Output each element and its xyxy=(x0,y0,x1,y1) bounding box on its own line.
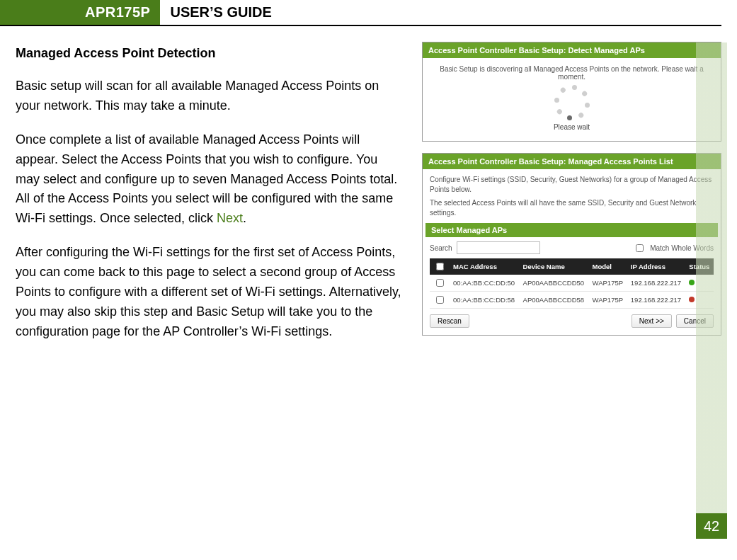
header-bar: APR175P USER’S GUIDE xyxy=(0,0,721,26)
select-all-checkbox[interactable] xyxy=(436,263,444,270)
search-row: Search Match Whole Words xyxy=(430,241,714,254)
col-ip[interactable]: IP Address xyxy=(627,258,686,275)
product-badge: APR175P xyxy=(0,0,160,25)
button-group-right: Next >> Cancel xyxy=(632,314,714,328)
status-dot-green-icon xyxy=(689,280,695,285)
cell-name: AP00AABBCCDD58 xyxy=(520,292,589,309)
button-row: Rescan Next >> Cancel xyxy=(430,314,714,328)
page-number-tab: 42 xyxy=(696,513,727,539)
rescan-button[interactable]: Rescan xyxy=(430,314,469,328)
cell-ip: 192.168.222.217 xyxy=(627,292,686,309)
col-select[interactable] xyxy=(430,258,450,275)
card2-title: Access Point Controller Basic Setup: Man… xyxy=(423,154,721,169)
match-whole-words-label: Match Whole Words xyxy=(650,244,714,252)
col-model[interactable]: Model xyxy=(589,258,627,275)
next-link-text: Next xyxy=(217,211,243,225)
col-mac[interactable]: MAC Address xyxy=(450,258,520,275)
right-column: Access Point Controller Basic Setup: Det… xyxy=(422,42,721,347)
next-button[interactable]: Next >> xyxy=(632,314,672,328)
cancel-button[interactable]: Cancel xyxy=(676,314,714,328)
cell-ip: 192.168.222.217 xyxy=(627,275,686,292)
status-dot-red-icon xyxy=(689,297,695,302)
paragraph-2b: . xyxy=(243,211,246,225)
search-input[interactable] xyxy=(457,241,540,254)
match-whole-words-checkbox[interactable] xyxy=(636,244,644,252)
card-ap-list: Access Point Controller Basic Setup: Man… xyxy=(422,153,721,336)
card2-desc1: Configure Wi-Fi settings (SSID, Security… xyxy=(430,175,714,194)
cell-name: AP00AABBCCDD50 xyxy=(520,275,589,292)
paragraph-2a: Once complete a list of available Manage… xyxy=(16,132,397,226)
card2-desc2: The selected Access Points will all have… xyxy=(430,198,714,217)
card1-body: Basic Setup is discovering all Managed A… xyxy=(423,58,721,141)
loading-spinner-icon xyxy=(556,86,588,119)
left-column: Managed Access Point Detection Basic set… xyxy=(16,42,405,347)
body: Managed Access Point Detection Basic set… xyxy=(0,26,737,347)
section-heading: Managed Access Point Detection xyxy=(16,46,405,61)
ap-table: MAC Address Device Name Model IP Address… xyxy=(430,258,714,309)
table-header-row: MAC Address Device Name Model IP Address… xyxy=(430,258,714,275)
cell-mac: 00:AA:BB:CC:DD:58 xyxy=(450,292,520,309)
doc-title: USER’S GUIDE xyxy=(160,0,281,25)
table-row[interactable]: 00:AA:BB:CC:DD:58 AP00AABBCCDD58 WAP175P… xyxy=(430,292,714,309)
cell-status xyxy=(685,275,714,292)
search-label: Search xyxy=(430,244,452,252)
card2-subtitle: Select Managed APs xyxy=(425,223,718,237)
card-detect-aps: Access Point Controller Basic Setup: Det… xyxy=(422,42,721,142)
cell-mac: 00:AA:BB:CC:DD:50 xyxy=(450,275,520,292)
col-name[interactable]: Device Name xyxy=(520,258,589,275)
card1-title: Access Point Controller Basic Setup: Det… xyxy=(423,42,721,58)
row-checkbox[interactable] xyxy=(436,279,444,287)
please-wait-text: Please wait xyxy=(431,123,712,131)
card2-body: Configure Wi-Fi settings (SSID, Security… xyxy=(423,169,721,335)
spinner-wrap: Please wait xyxy=(431,81,712,134)
paragraph-2: Once complete a list of available Manage… xyxy=(16,130,405,229)
row-checkbox[interactable] xyxy=(436,296,444,304)
paragraph-1: Basic setup will scan for all available … xyxy=(16,76,405,116)
cell-status xyxy=(685,292,714,309)
col-status[interactable]: Status xyxy=(685,258,714,275)
cell-model: WAP175P xyxy=(589,292,627,309)
paragraph-3: After configuring the Wi-Fi settings for… xyxy=(16,243,405,341)
card1-desc: Basic Setup is discovering all Managed A… xyxy=(431,65,712,81)
table-row[interactable]: 00:AA:BB:CC:DD:50 AP00AABBCCDD50 WAP175P… xyxy=(430,275,714,292)
cell-model: WAP175P xyxy=(589,275,627,292)
